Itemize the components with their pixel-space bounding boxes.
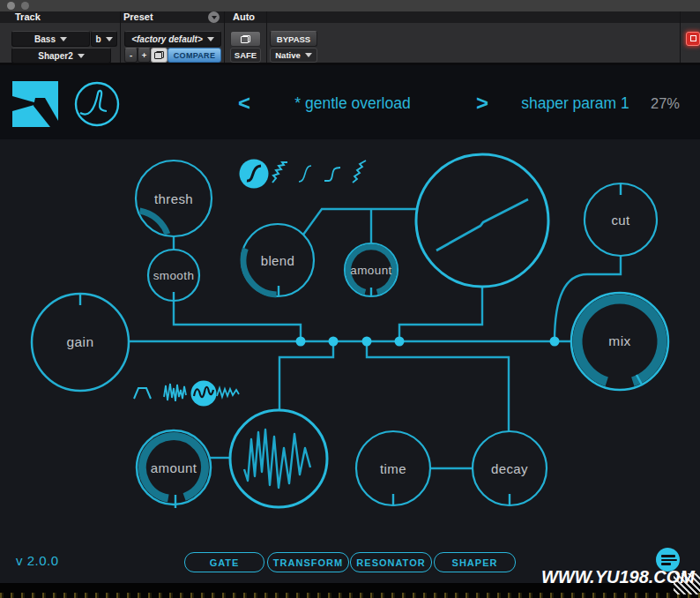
transfer-curve (436, 199, 528, 250)
curve-icon-staircase[interactable] (353, 161, 366, 183)
mod-wave-display[interactable] (230, 410, 327, 507)
version-label: v 2.0.0 (16, 553, 59, 568)
knob-gain[interactable] (32, 294, 129, 391)
tab-transform[interactable]: TRANSFORM (267, 552, 349, 572)
knob-decay[interactable] (473, 431, 547, 505)
tab-gate[interactable]: GATE (184, 552, 264, 572)
wave-icon-trapezoid[interactable] (134, 388, 151, 399)
knob-time[interactable] (356, 431, 430, 505)
knob-smooth[interactable] (148, 250, 199, 301)
knob-cut[interactable] (585, 183, 657, 256)
knob-blend[interactable] (242, 224, 314, 296)
shaper-curve-display[interactable] (416, 154, 548, 287)
knob-thresh[interactable] (136, 161, 212, 236)
tab-resonator[interactable]: RESONATOR (350, 552, 432, 572)
curve-icon-smooth-sigmoid[interactable] (299, 166, 311, 182)
curve-icon-step-sigmoid[interactable] (324, 168, 340, 181)
knob-mix[interactable] (571, 293, 668, 390)
knob-amount-mod[interactable] (137, 430, 211, 508)
wave-icon-smooth-noise[interactable] (191, 381, 217, 407)
curve-icon-soft-sigmoid[interactable] (240, 160, 269, 189)
watermark: WWW.YU198.COM (458, 567, 695, 587)
curve-icon-jagged-sigmoid[interactable] (272, 162, 287, 183)
signal-flow-canvas (0, 0, 700, 598)
wave-icon-dense-noise[interactable] (164, 384, 186, 401)
background-app-ticks (0, 593, 700, 598)
wave-icon-zigzag[interactable] (217, 388, 239, 397)
plugin-window: Track Preset Auto Bass b Shaper2 <factor… (0, 0, 700, 598)
knob-amount-drive[interactable] (345, 243, 398, 296)
mod-waveform (244, 430, 310, 488)
